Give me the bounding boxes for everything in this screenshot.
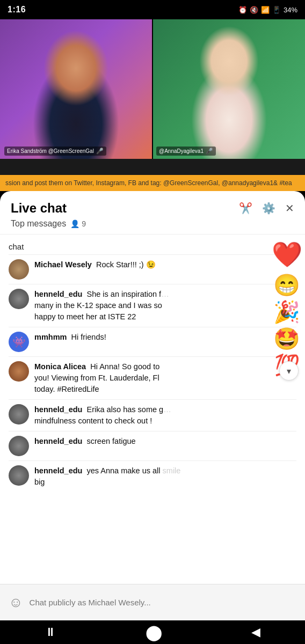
video-label-left: Erika Sandström @GreenScreenGal 🎤 [4, 147, 106, 156]
battery-text: 34% [284, 6, 297, 14]
avatar [9, 361, 29, 382]
message-content: henneld_edu Erika also has some g…mindfu… [34, 404, 296, 427]
avatar [9, 465, 29, 486]
nav-home-icon[interactable]: ⬤ [146, 624, 162, 641]
list-item: 👾 mmhmm Hi friends! [0, 327, 305, 356]
mic-icon-right: 🎤 [206, 148, 213, 155]
list-item: Michael Wesely Rock Star!!! ;) 😉 [0, 255, 305, 284]
chat-input[interactable] [30, 598, 296, 607]
speaker-name-right: @AnnaDyagileva1 [159, 148, 204, 154]
smiley-icon[interactable]: ☺ [9, 594, 23, 611]
top-messages-label: Top messages [11, 219, 66, 229]
message-text: henneld_edu She is an inspiration f…many… [34, 290, 169, 321]
wifi-icon: 📶 [261, 6, 270, 14]
ticker-bar: ssion and post them on Twitter, Instagra… [0, 175, 305, 191]
chat-header: Live chat ✂️ ⚙️ ✕ Top messages 👤 9 [0, 191, 305, 235]
chat-title: Live chat [11, 201, 67, 216]
message-content: mmhmm Hi friends! [34, 332, 296, 343]
message-content: Michael Wesely Rock Star!!! ;) 😉 [34, 259, 296, 270]
chat-messages: chat Michael Wesely Rock Star!!! ;) 😉 he… [0, 235, 305, 496]
message-text: henneld_edu Erika also has some g…mindfu… [34, 405, 171, 425]
message-text: mmhmm Hi friends! [34, 333, 106, 341]
avatar [9, 289, 29, 309]
message-content: henneld_edu She is an inspiration f…many… [34, 289, 296, 323]
list-item: henneld_edu Erika also has some g…mindfu… [0, 400, 305, 431]
message-text: Monica Alicea Hi Anna! So good toyou! Vi… [34, 362, 159, 393]
chat-title-row: Live chat ✂️ ⚙️ ✕ [11, 201, 294, 216]
status-bar: 1:16 ⏰ 🔇 📶 📱 34% [0, 0, 305, 19]
scissors-icon[interactable]: ✂️ [239, 202, 252, 215]
message-username: Michael Wesely [34, 260, 92, 269]
chat-input-area[interactable]: ☺ [0, 584, 305, 620]
video-label-right: @AnnaDyagileva1 🎤 [156, 147, 216, 156]
signal-icon: 📱 [272, 6, 281, 14]
person-right [153, 19, 305, 159]
avatar [9, 404, 29, 425]
avatar [9, 259, 29, 280]
avatar [9, 436, 29, 456]
message-content: Monica Alicea Hi Anna! So good toyou! Vi… [34, 361, 296, 395]
message-body: screen fatigue [87, 437, 136, 445]
chat-panel: Live chat ✂️ ⚙️ ✕ Top messages 👤 9 chat [0, 191, 305, 644]
ticker-text: ssion and post them on Twitter, Instagra… [5, 179, 292, 187]
nav-back-icon[interactable]: ◀ [251, 625, 260, 639]
video-grid: Erika Sandström @GreenScreenGal 🎤 @AnnaD… [0, 19, 305, 159]
close-icon[interactable]: ✕ [285, 202, 294, 215]
solo-message: chat [0, 239, 305, 254]
message-text: henneld_edu screen fatigue [34, 437, 136, 445]
message-content: henneld_edu screen fatigue [34, 436, 296, 447]
viewer-icon: 👤 [70, 219, 79, 228]
list-item: henneld_edu yes Anna make us all smilebi… [0, 461, 305, 492]
avatar: 👾 [9, 332, 29, 352]
status-time: 1:16 [8, 5, 26, 14]
message-text: Michael Wesely Rock Star!!! ;) 😉 [34, 260, 156, 269]
message-username: henneld_edu [34, 437, 82, 445]
person-left [0, 19, 152, 159]
chat-subtitle-row: Top messages 👤 9 [11, 219, 294, 229]
mic-icon-left: 🎤 [96, 148, 104, 155]
nav-bar: ⏸ ⬤ ◀ [0, 620, 305, 644]
speaker-name-left: Erika Sandström @GreenScreenGal [7, 148, 94, 154]
list-item: henneld_edu screen fatigue [0, 431, 305, 460]
message-username: Monica Alicea [34, 362, 86, 371]
message-content: henneld_edu yes Anna make us all smilebi… [34, 465, 296, 488]
video-tile-left: Erika Sandström @GreenScreenGal 🎤 [0, 19, 153, 159]
status-icons: ⏰ 🔇 📶 📱 34% [238, 6, 297, 14]
solo-message-text: chat [9, 242, 24, 251]
video-section: TEACHERS ❤ EDU Erika Sandström @GreenScr… [0, 19, 305, 175]
video-tile-right: @AnnaDyagileva1 🎤 [153, 19, 305, 159]
list-item: Monica Alicea Hi Anna! So good toyou! Vi… [0, 357, 305, 399]
viewer-count: 👤 9 [70, 219, 86, 228]
list-item: henneld_edu She is an inspiration f…many… [0, 284, 305, 327]
alarm-icon: ⏰ [238, 6, 247, 14]
message-body: Rock Star!!! ;) 😉 [96, 260, 156, 269]
message-text: henneld_edu yes Anna make us all smilebi… [34, 466, 180, 486]
message-body: Hi friends! [71, 333, 106, 341]
volume-icon: 🔇 [250, 6, 258, 14]
message-username: henneld_edu [34, 466, 82, 475]
message-username: henneld_edu [34, 290, 82, 298]
nav-recent-icon[interactable]: ⏸ [45, 625, 56, 639]
sliders-icon[interactable]: ⚙️ [262, 202, 275, 215]
chat-header-icons[interactable]: ✂️ ⚙️ ✕ [239, 202, 294, 215]
message-username: mmhmm [34, 333, 67, 341]
message-username: henneld_edu [34, 405, 82, 414]
viewer-number: 9 [82, 219, 86, 228]
